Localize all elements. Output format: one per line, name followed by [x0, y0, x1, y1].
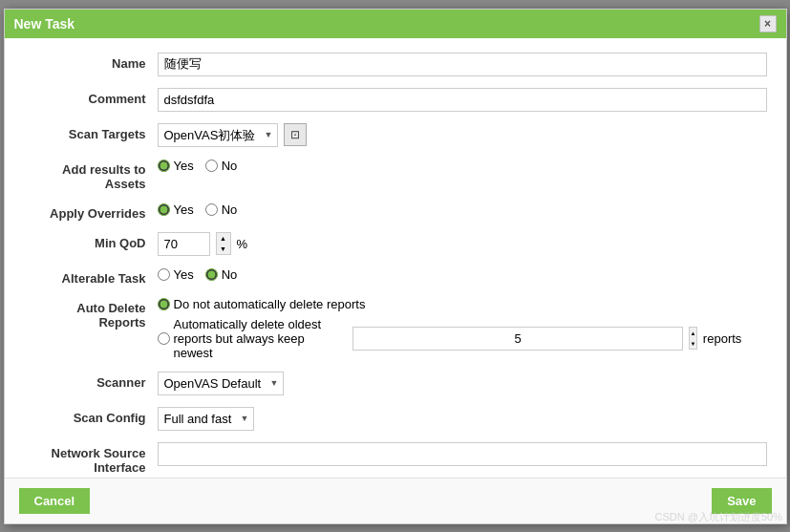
- auto-delete-row: Auto Delete Reports Do not automatically…: [24, 297, 767, 360]
- new-task-dialog: New Task × Name Comment Scan Targets: [4, 9, 787, 524]
- comment-control: [158, 88, 767, 112]
- min-qod-up-button[interactable]: ▲: [217, 233, 230, 244]
- alterable-no-label: No: [222, 267, 238, 282]
- apply-overrides-radio-group: Yes No: [158, 202, 238, 217]
- auto-delete-option2-label[interactable]: Automatically delete oldest reports but …: [158, 317, 348, 360]
- add-results-no-radio[interactable]: [205, 160, 218, 172]
- add-results-label: Add results to Assets: [24, 159, 158, 191]
- alterable-task-control: Yes No: [158, 267, 767, 282]
- scan-config-select[interactable]: Full and fast: [158, 407, 254, 431]
- add-results-no-label: No: [222, 159, 238, 173]
- network-source-label: Network Source Interface: [24, 442, 158, 475]
- scan-targets-new-icon[interactable]: ⊡: [284, 123, 307, 146]
- scanner-row: Scanner OpenVAS Default: [24, 372, 767, 395]
- min-qod-spinner: ▲ ▼: [216, 232, 231, 255]
- comment-label: Comment: [24, 88, 158, 106]
- auto-delete-option1-text: Do not automatically delete reports: [174, 297, 366, 311]
- new-target-icon: ⊡: [290, 128, 300, 141]
- alterable-no-radio[interactable]: [205, 268, 218, 281]
- add-results-no-option[interactable]: No: [205, 159, 238, 173]
- add-results-radio-group: Yes No: [158, 159, 238, 173]
- apply-overrides-row: Apply Overrides Yes No: [24, 202, 767, 221]
- min-qod-row: Min QoD ▲ ▼ %: [24, 232, 767, 256]
- add-results-row: Add results to Assets Yes No: [24, 159, 767, 191]
- dialog-title: New Task: [14, 16, 75, 32]
- name-input[interactable]: [158, 53, 767, 76]
- min-qod-input[interactable]: [158, 232, 210, 256]
- min-qod-label: Min QoD: [24, 232, 158, 250]
- name-row: Name: [24, 53, 767, 76]
- dialog-body: Name Comment Scan Targets OpenVAS初体验: [5, 38, 786, 478]
- add-results-control: Yes No: [158, 159, 767, 173]
- min-qod-unit: %: [237, 237, 248, 251]
- network-source-row: Network Source Interface: [24, 442, 767, 475]
- min-qod-wrapper: ▲ ▼ %: [158, 232, 248, 256]
- scan-targets-select[interactable]: OpenVAS初体验: [158, 123, 278, 147]
- auto-delete-option2-text: Automatically delete oldest reports but …: [174, 317, 348, 360]
- close-button[interactable]: ×: [759, 15, 777, 32]
- alterable-task-row: Alterable Task Yes No: [24, 267, 767, 286]
- auto-delete-control: Do not automatically delete reports Auto…: [158, 297, 767, 360]
- dialog-header: New Task ×: [5, 10, 786, 38]
- alterable-yes-option[interactable]: Yes: [158, 267, 194, 282]
- cancel-button[interactable]: Cancel: [19, 488, 91, 514]
- scanner-label: Scanner: [24, 372, 158, 390]
- apply-overrides-label: Apply Overrides: [24, 202, 158, 221]
- alterable-yes-label: Yes: [174, 267, 194, 282]
- auto-delete-label: Auto Delete Reports: [24, 297, 158, 330]
- min-qod-down-button[interactable]: ▼: [217, 244, 230, 254]
- comment-input[interactable]: [158, 88, 767, 112]
- apply-overrides-yes-option[interactable]: Yes: [158, 202, 194, 217]
- scan-targets-label: Scan Targets: [24, 123, 158, 141]
- alterable-no-option[interactable]: No: [205, 267, 238, 282]
- scan-config-label: Scan Config: [24, 407, 158, 425]
- scanner-control: OpenVAS Default: [158, 372, 767, 395]
- scan-config-control: Full and fast: [158, 407, 767, 431]
- auto-delete-reports-label: reports: [703, 331, 741, 346]
- alterable-radio-group: Yes No: [158, 267, 238, 282]
- auto-delete-option1-label[interactable]: Do not automatically delete reports: [158, 297, 742, 311]
- name-label: Name: [24, 53, 158, 71]
- keep-newest-input[interactable]: [352, 327, 683, 351]
- keep-newest-down-button[interactable]: ▼: [690, 338, 696, 349]
- auto-delete-no-radio[interactable]: [158, 298, 170, 310]
- add-results-yes-label: Yes: [174, 159, 194, 173]
- add-results-yes-radio[interactable]: [158, 160, 170, 172]
- watermark: CSDN @入坑计划进度50%: [655, 510, 782, 524]
- alterable-yes-radio[interactable]: [158, 268, 170, 281]
- scan-config-select-wrapper: Full and fast: [158, 407, 254, 431]
- alterable-task-label: Alterable Task: [24, 267, 158, 286]
- network-source-control: [158, 442, 767, 466]
- close-icon: ×: [764, 17, 771, 31]
- network-source-input[interactable]: [158, 442, 767, 466]
- apply-overrides-control: Yes No: [158, 202, 767, 217]
- scan-targets-control: OpenVAS初体验 ⊡: [158, 123, 767, 147]
- scan-config-row: Scan Config Full and fast: [24, 407, 767, 431]
- apply-overrides-yes-label: Yes: [174, 202, 194, 217]
- scan-targets-row: Scan Targets OpenVAS初体验 ⊡: [24, 123, 767, 147]
- auto-delete-yes-radio[interactable]: [158, 332, 170, 345]
- keep-newest-spinner: ▲ ▼: [689, 327, 697, 350]
- apply-overrides-yes-radio[interactable]: [158, 203, 170, 216]
- keep-newest-up-button[interactable]: ▲: [690, 328, 696, 338]
- apply-overrides-no-label: No: [222, 202, 238, 217]
- scanner-select-wrapper: OpenVAS Default: [158, 372, 284, 395]
- scan-targets-select-wrapper: OpenVAS初体验: [158, 123, 278, 147]
- name-control: [158, 53, 767, 76]
- add-results-yes-option[interactable]: Yes: [158, 159, 194, 173]
- scanner-select[interactable]: OpenVAS Default: [158, 372, 284, 395]
- comment-row: Comment: [24, 88, 767, 112]
- auto-delete-option2-row: Automatically delete oldest reports but …: [158, 317, 742, 360]
- min-qod-control: ▲ ▼ %: [158, 232, 767, 256]
- auto-delete-group: Do not automatically delete reports Auto…: [158, 297, 742, 360]
- apply-overrides-no-radio[interactable]: [205, 203, 218, 216]
- scan-targets-inner: OpenVAS初体验 ⊡: [158, 123, 307, 147]
- apply-overrides-no-option[interactable]: No: [205, 202, 238, 217]
